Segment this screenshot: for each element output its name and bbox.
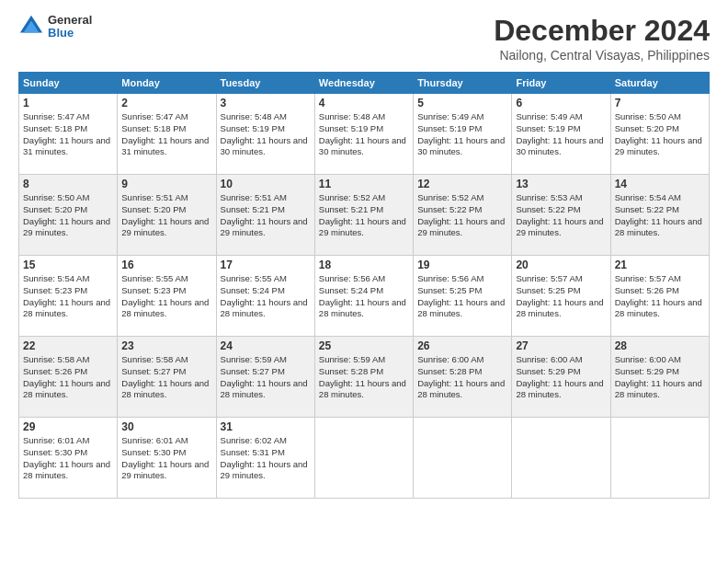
day-cell: 17Sunrise: 5:55 AMSunset: 5:24 PMDayligh… xyxy=(216,256,314,337)
day-number: 14 xyxy=(615,178,705,190)
day-number: 24 xyxy=(221,339,311,352)
day-cell: 27Sunrise: 6:00 AMSunset: 5:29 PMDayligh… xyxy=(512,337,610,418)
day-number: 13 xyxy=(516,178,606,190)
location: Nailong, Central Visayas, Philippines xyxy=(494,48,710,63)
day-cell xyxy=(414,418,512,499)
logo-general: General xyxy=(48,14,92,27)
day-number: 27 xyxy=(516,339,606,352)
day-cell: 29Sunrise: 6:01 AMSunset: 5:30 PMDayligh… xyxy=(19,418,118,499)
day-number: 8 xyxy=(23,178,113,190)
day-info: Sunrise: 5:57 AMSunset: 5:26 PMDaylight:… xyxy=(615,273,705,320)
col-header-tuesday: Tuesday xyxy=(216,73,314,94)
title-block: December 2024 Nailong, Central Visayas, … xyxy=(494,14,710,63)
day-cell: 5Sunrise: 5:49 AMSunset: 5:19 PMDaylight… xyxy=(414,94,512,175)
day-info: Sunrise: 5:47 AMSunset: 5:18 PMDaylight:… xyxy=(121,111,211,158)
week-row-3: 15Sunrise: 5:54 AMSunset: 5:23 PMDayligh… xyxy=(19,256,710,337)
day-cell: 9Sunrise: 5:51 AMSunset: 5:20 PMDaylight… xyxy=(118,175,216,256)
day-cell xyxy=(314,418,413,499)
day-info: Sunrise: 5:48 AMSunset: 5:19 PMDaylight:… xyxy=(319,111,409,158)
page: General Blue December 2024 Nailong, Cent… xyxy=(0,0,728,563)
day-number: 28 xyxy=(615,339,705,352)
day-cell: 16Sunrise: 5:55 AMSunset: 5:23 PMDayligh… xyxy=(118,256,216,337)
day-cell: 2Sunrise: 5:47 AMSunset: 5:18 PMDaylight… xyxy=(118,94,216,175)
week-row-4: 22Sunrise: 5:58 AMSunset: 5:26 PMDayligh… xyxy=(19,337,710,418)
day-info: Sunrise: 5:49 AMSunset: 5:19 PMDaylight:… xyxy=(417,111,507,158)
day-number: 9 xyxy=(121,178,211,190)
day-cell: 30Sunrise: 6:01 AMSunset: 5:30 PMDayligh… xyxy=(118,418,216,499)
day-number: 23 xyxy=(121,339,211,352)
day-cell: 12Sunrise: 5:52 AMSunset: 5:22 PMDayligh… xyxy=(414,175,512,256)
day-info: Sunrise: 5:59 AMSunset: 5:27 PMDaylight:… xyxy=(221,354,311,401)
logo-text: General Blue xyxy=(48,14,92,40)
day-info: Sunrise: 5:57 AMSunset: 5:25 PMDaylight:… xyxy=(516,273,606,320)
day-cell: 26Sunrise: 6:00 AMSunset: 5:28 PMDayligh… xyxy=(414,337,512,418)
day-info: Sunrise: 6:00 AMSunset: 5:29 PMDaylight:… xyxy=(516,354,606,401)
col-header-thursday: Thursday xyxy=(414,73,512,94)
day-info: Sunrise: 5:50 AMSunset: 5:20 PMDaylight:… xyxy=(615,111,705,158)
day-cell xyxy=(610,418,709,499)
day-number: 30 xyxy=(121,420,211,433)
day-cell: 7Sunrise: 5:50 AMSunset: 5:20 PMDaylight… xyxy=(610,94,709,175)
header-row: SundayMondayTuesdayWednesdayThursdayFrid… xyxy=(19,73,710,94)
day-info: Sunrise: 5:55 AMSunset: 5:23 PMDaylight:… xyxy=(121,273,211,320)
day-info: Sunrise: 5:56 AMSunset: 5:25 PMDaylight:… xyxy=(417,273,507,320)
calendar: SundayMondayTuesdayWednesdayThursdayFrid… xyxy=(18,72,710,499)
day-number: 22 xyxy=(23,339,113,352)
day-info: Sunrise: 6:02 AMSunset: 5:31 PMDaylight:… xyxy=(221,435,311,482)
day-cell: 28Sunrise: 6:00 AMSunset: 5:29 PMDayligh… xyxy=(610,337,709,418)
logo-blue: Blue xyxy=(48,27,92,40)
day-number: 5 xyxy=(417,97,507,109)
day-number: 4 xyxy=(319,97,409,109)
day-info: Sunrise: 5:52 AMSunset: 5:21 PMDaylight:… xyxy=(319,192,409,239)
day-info: Sunrise: 5:58 AMSunset: 5:26 PMDaylight:… xyxy=(23,354,113,401)
day-number: 26 xyxy=(417,339,507,352)
week-row-2: 8Sunrise: 5:50 AMSunset: 5:20 PMDaylight… xyxy=(19,175,710,256)
day-info: Sunrise: 5:47 AMSunset: 5:18 PMDaylight:… xyxy=(23,111,113,158)
day-number: 16 xyxy=(121,259,211,271)
day-cell: 22Sunrise: 5:58 AMSunset: 5:26 PMDayligh… xyxy=(19,337,118,418)
col-header-monday: Monday xyxy=(118,73,216,94)
day-cell: 23Sunrise: 5:58 AMSunset: 5:27 PMDayligh… xyxy=(118,337,216,418)
day-cell: 14Sunrise: 5:54 AMSunset: 5:22 PMDayligh… xyxy=(610,175,709,256)
day-info: Sunrise: 5:51 AMSunset: 5:21 PMDaylight:… xyxy=(221,192,311,239)
col-header-wednesday: Wednesday xyxy=(314,73,413,94)
day-info: Sunrise: 6:00 AMSunset: 5:28 PMDaylight:… xyxy=(417,354,507,401)
day-number: 1 xyxy=(23,97,113,109)
day-number: 25 xyxy=(319,339,409,352)
day-number: 2 xyxy=(121,97,211,109)
day-cell: 15Sunrise: 5:54 AMSunset: 5:23 PMDayligh… xyxy=(19,256,118,337)
day-cell: 19Sunrise: 5:56 AMSunset: 5:25 PMDayligh… xyxy=(414,256,512,337)
day-info: Sunrise: 6:01 AMSunset: 5:30 PMDaylight:… xyxy=(23,435,113,482)
day-number: 15 xyxy=(23,259,113,271)
day-number: 17 xyxy=(221,259,311,271)
day-cell: 31Sunrise: 6:02 AMSunset: 5:31 PMDayligh… xyxy=(216,418,314,499)
day-cell: 25Sunrise: 5:59 AMSunset: 5:28 PMDayligh… xyxy=(314,337,413,418)
day-cell: 1Sunrise: 5:47 AMSunset: 5:18 PMDaylight… xyxy=(19,94,118,175)
day-cell: 20Sunrise: 5:57 AMSunset: 5:25 PMDayligh… xyxy=(512,256,610,337)
day-number: 11 xyxy=(319,178,409,190)
day-cell: 4Sunrise: 5:48 AMSunset: 5:19 PMDaylight… xyxy=(314,94,413,175)
col-header-saturday: Saturday xyxy=(610,73,709,94)
day-number: 6 xyxy=(516,97,606,109)
col-header-friday: Friday xyxy=(512,73,610,94)
day-info: Sunrise: 5:55 AMSunset: 5:24 PMDaylight:… xyxy=(221,273,311,320)
day-info: Sunrise: 5:53 AMSunset: 5:22 PMDaylight:… xyxy=(516,192,606,239)
day-info: Sunrise: 5:49 AMSunset: 5:19 PMDaylight:… xyxy=(516,111,606,158)
day-cell: 21Sunrise: 5:57 AMSunset: 5:26 PMDayligh… xyxy=(610,256,709,337)
day-info: Sunrise: 5:59 AMSunset: 5:28 PMDaylight:… xyxy=(319,354,409,401)
week-row-1: 1Sunrise: 5:47 AMSunset: 5:18 PMDaylight… xyxy=(19,94,710,175)
day-number: 3 xyxy=(221,97,311,109)
day-number: 12 xyxy=(417,178,507,190)
day-cell: 6Sunrise: 5:49 AMSunset: 5:19 PMDaylight… xyxy=(512,94,610,175)
day-number: 18 xyxy=(319,259,409,271)
day-cell: 10Sunrise: 5:51 AMSunset: 5:21 PMDayligh… xyxy=(216,175,314,256)
day-info: Sunrise: 5:48 AMSunset: 5:19 PMDaylight:… xyxy=(221,111,311,158)
day-cell: 3Sunrise: 5:48 AMSunset: 5:19 PMDaylight… xyxy=(216,94,314,175)
day-cell: 24Sunrise: 5:59 AMSunset: 5:27 PMDayligh… xyxy=(216,337,314,418)
day-info: Sunrise: 5:58 AMSunset: 5:27 PMDaylight:… xyxy=(121,354,211,401)
day-cell: 11Sunrise: 5:52 AMSunset: 5:21 PMDayligh… xyxy=(314,175,413,256)
day-info: Sunrise: 5:54 AMSunset: 5:22 PMDaylight:… xyxy=(615,192,705,239)
day-number: 20 xyxy=(516,259,606,271)
header: General Blue December 2024 Nailong, Cent… xyxy=(18,14,710,63)
col-header-sunday: Sunday xyxy=(19,73,118,94)
